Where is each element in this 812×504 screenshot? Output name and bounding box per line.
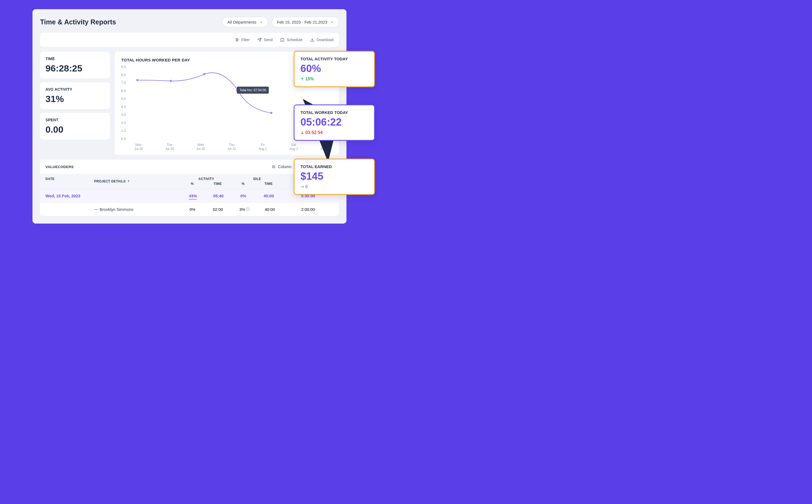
schedule-button[interactable]: Schedule xyxy=(280,38,302,42)
action-toolbar: Filter Send Schedule Download xyxy=(40,33,339,47)
date-range-selector[interactable]: Feb 15, 2023 - Feb 21,2023 xyxy=(272,17,339,27)
svg-point-5 xyxy=(236,41,237,41)
th-project[interactable]: PROJECT DETAILS xyxy=(94,177,181,186)
time-label: TIME xyxy=(45,57,104,61)
person-name: Brooklyn Simmons xyxy=(100,207,133,212)
fc-earned-delta: 0 xyxy=(300,184,368,189)
activity-pct: 0% xyxy=(189,207,195,212)
time-card: TIME 96:28:25 xyxy=(40,52,110,78)
header-controls: All Departments Feb 15, 2023 - Feb 21,20… xyxy=(222,17,339,27)
fc-earned-value: $145 xyxy=(300,171,368,182)
spent-card: SPENT 0.00 xyxy=(40,113,110,140)
date-cell: Wed, 15 Feb, 2023 xyxy=(45,194,94,198)
activity-pct: 43% xyxy=(189,194,197,198)
department-selector-label: All Departments xyxy=(227,20,256,24)
total-earned-card: TOTAL EARNED $145 0 xyxy=(294,159,375,195)
idle-pct: 3% xyxy=(239,207,250,212)
y-tick: 4.0 xyxy=(121,105,126,109)
chevron-down-icon xyxy=(330,21,334,24)
download-label: Download xyxy=(317,38,333,42)
x-tick: WedJul 30 xyxy=(193,143,208,151)
send-button[interactable]: Send xyxy=(257,38,273,42)
th-activity: ACTIVITY %TIME xyxy=(181,177,232,186)
table-group-title: VALUECODERS xyxy=(45,165,74,169)
send-icon xyxy=(257,38,262,42)
idle-time: 45:00 xyxy=(264,194,274,198)
project-cell: Brooklyn Simmons xyxy=(94,207,181,212)
schedule-label: Schedule xyxy=(287,38,302,42)
last-cell: 2:00:00 xyxy=(283,207,333,212)
y-tick: 6.0 xyxy=(121,89,126,93)
y-tick: 3.0 xyxy=(121,113,126,117)
y-tick: 9.0 xyxy=(121,65,126,69)
total-worked-card: TOTAL WORKED TODAY 05:06:22 03:52:54 xyxy=(294,104,375,141)
activity-time: 02:00 xyxy=(213,207,223,212)
fc-worked-label: TOTAL WORKED TODAY xyxy=(300,110,368,115)
y-tick: 0.0 xyxy=(121,137,126,141)
y-tick: 8.0 xyxy=(121,73,126,77)
y-tick: 2.0 xyxy=(121,121,126,125)
arrow-right-icon xyxy=(300,185,304,189)
dash-icon xyxy=(94,209,97,210)
filter-label: Filter xyxy=(241,38,250,42)
y-tick: 7.0 xyxy=(121,81,126,85)
th-idle: IDLE %TIME xyxy=(232,177,283,186)
activity-cell: 43%05:40 xyxy=(181,194,232,198)
filter-button[interactable]: Filter xyxy=(235,38,250,42)
svg-rect-8 xyxy=(281,38,284,42)
fc-activity-delta: 15% xyxy=(300,77,368,81)
calendar-icon xyxy=(280,38,284,42)
fc-earned-label: TOTAL EARNED xyxy=(300,164,368,169)
svg-point-27 xyxy=(248,208,248,208)
idle-cell: 3%40:00 xyxy=(232,207,283,212)
page-title: Time & Activity Reports xyxy=(40,18,116,26)
fc-activity-label: TOTAL ACTIVITY TODAY xyxy=(300,57,368,61)
chart-yaxis: 9.08.07.06.05.04.03.02.01.00.0 xyxy=(121,65,129,141)
last-time: 2:00:00 xyxy=(301,207,315,212)
idle-cell: 0%45:00 xyxy=(232,194,283,198)
svg-point-13 xyxy=(169,80,172,82)
table-row[interactable]: Brooklyn Simmons0%02:003%40:002:00:00 xyxy=(40,202,339,216)
idle-pct: 0% xyxy=(240,194,246,198)
arrow-up-icon xyxy=(127,180,130,183)
svg-point-3 xyxy=(237,40,238,40)
send-label: Send xyxy=(264,38,273,42)
header: Time & Activity Reports All Departments … xyxy=(40,17,339,27)
dashboard-frame: Time & Activity Reports All Departments … xyxy=(32,9,346,224)
total-activity-card: TOTAL ACTIVITY TODAY 60% 15% xyxy=(294,51,375,87)
download-button[interactable]: Download xyxy=(310,38,333,42)
fc-activity-value: 60% xyxy=(300,63,368,74)
fc-worked-delta: 03:52:54 xyxy=(300,130,368,135)
th-date: DATE xyxy=(45,177,94,186)
avg-activity-label: AVG ACTIVITY xyxy=(45,87,104,91)
x-tick: MonJul 28 xyxy=(131,143,146,151)
svg-point-12 xyxy=(136,79,139,81)
avg-activity-value: 31% xyxy=(45,94,104,104)
arrow-up-icon xyxy=(300,77,304,81)
time-value: 96:28:25 xyxy=(45,63,104,74)
spent-label: SPENT xyxy=(45,118,104,122)
avg-activity-card: AVG ACTIVITY 31% xyxy=(40,82,110,109)
spent-value: 0.00 xyxy=(45,124,104,135)
arrow-down-icon xyxy=(300,131,304,135)
stat-column: TIME 96:28:25 AVG ACTIVITY 31% SPENT 0.0… xyxy=(40,52,110,155)
idle-time: 40:00 xyxy=(265,207,275,212)
activity-cell: 0%02:00 xyxy=(181,207,232,212)
info-icon xyxy=(246,207,250,211)
download-icon xyxy=(310,38,315,42)
y-tick: 5.0 xyxy=(121,97,126,101)
svg-point-1 xyxy=(236,38,237,39)
activity-time: 05:40 xyxy=(213,194,224,198)
department-selector[interactable]: All Departments xyxy=(222,17,268,27)
y-tick: 1.0 xyxy=(121,129,126,133)
filter-icon xyxy=(235,38,239,42)
date-range-label: Feb 15, 2023 - Feb 21,2023 xyxy=(277,20,327,24)
fc-worked-value: 05:06:22 xyxy=(300,116,368,128)
x-tick: TueJul 29 xyxy=(162,143,177,151)
svg-point-14 xyxy=(203,73,205,75)
chevron-down-icon xyxy=(260,21,263,24)
